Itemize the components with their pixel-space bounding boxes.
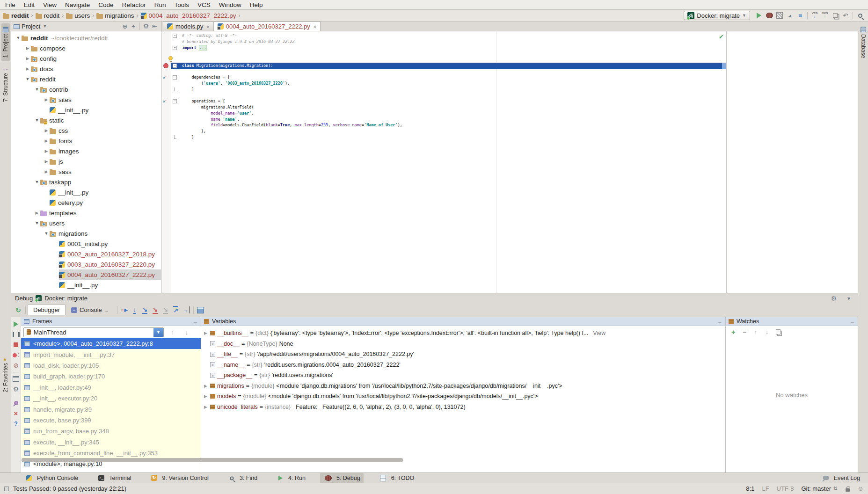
settings-icon[interactable]	[142, 22, 150, 30]
tree-item-celery-py[interactable]: celery.py	[11, 197, 161, 208]
chevron-collapsed-icon[interactable]: ▶	[203, 331, 208, 335]
run-icon[interactable]	[754, 11, 764, 20]
menu-item-edit[interactable]: Edit	[20, 1, 39, 9]
override-marker-icon[interactable]: ↑	[163, 99, 167, 103]
pin-icon[interactable]	[717, 319, 722, 324]
code-line-17[interactable]: ),	[161, 128, 726, 134]
tree-item-config[interactable]: ▶config	[11, 53, 161, 64]
project-view-selector[interactable]: Project ▼	[22, 23, 47, 30]
code-line-11[interactable]	[161, 93, 726, 99]
stack-frame-row[interactable]: build_graph, loader.py:170	[21, 371, 201, 382]
editor-tab-models-py[interactable]: models.py×	[163, 22, 214, 31]
tool-window-button----project[interactable]: 1: Project	[1, 23, 10, 61]
breakpoints-icon[interactable]	[11, 350, 21, 360]
encoding-indicator[interactable]: UTF-8	[777, 485, 794, 492]
stop-icon[interactable]	[11, 340, 21, 350]
chevron-collapsed-icon[interactable]: ▶	[43, 128, 50, 133]
variable-row[interactable]: ≡__file__ = {str} '/app/reddit/users/mig…	[201, 349, 725, 360]
chevron-collapsed-icon[interactable]: ▶	[24, 46, 31, 51]
tree-item-reddit[interactable]: ▼reddit~/cookiecutter/reddit	[11, 33, 161, 43]
variable-row[interactable]: ▶models = {module} <module 'django.db.mo…	[201, 391, 725, 402]
mute-icon[interactable]	[11, 360, 21, 370]
menu-item-vcs[interactable]: VCS	[193, 1, 215, 9]
resume-icon[interactable]	[11, 319, 21, 329]
tree-item-0003-auto-20160327-2220-py[interactable]: 0003_auto_20160327_2220.py	[11, 259, 161, 269]
pin-icon[interactable]	[850, 319, 855, 324]
inspection-status-icon[interactable]: ✔	[719, 33, 724, 40]
debug-icon[interactable]	[764, 11, 774, 20]
tree-item-sass[interactable]: ▶sass	[11, 167, 161, 177]
chevron-collapsed-icon[interactable]: ▶	[34, 211, 40, 215]
variable-row[interactable]: ≡__name__ = {str} 'reddit.users.migratio…	[201, 360, 725, 370]
profiler-icon[interactable]	[785, 11, 795, 20]
code-line-13[interactable]: migrations.AlterField(	[161, 104, 726, 110]
chevron-expanded-icon[interactable]: ▼	[15, 36, 22, 40]
menu-item-refactor[interactable]: Refactor	[118, 1, 150, 9]
hide-panel-icon[interactable]	[844, 294, 854, 303]
run-configuration-selector[interactable]: dj Docker: migrate ▼	[684, 11, 750, 20]
code-editor[interactable]: # -*- coding: utf-8 -*-# Generated by Dj…	[161, 31, 727, 293]
fold-marker-icon[interactable]: −	[173, 64, 177, 68]
tree-item-docs[interactable]: ▶docs	[11, 64, 161, 74]
chevron-collapsed-icon[interactable]: ▶	[24, 66, 31, 71]
tree-item-templates[interactable]: ▶templates	[11, 208, 161, 218]
collapse-all-icon[interactable]	[129, 22, 138, 30]
line-separator-indicator[interactable]: LF	[762, 485, 769, 492]
settings2-icon[interactable]	[11, 384, 21, 394]
fold-marker-icon[interactable]: −	[173, 34, 177, 38]
debug-tab-debugger[interactable]: Debugger	[28, 305, 66, 315]
stack-frame-row[interactable]: run_from_argv, base.py:348	[21, 426, 201, 436]
chevron-expanded-icon[interactable]: ▼	[34, 118, 40, 123]
code-line-10[interactable]: ]	[161, 87, 726, 93]
thread-dropdown[interactable]: MainThread ▼	[23, 327, 164, 337]
compare-icon[interactable]	[830, 11, 840, 20]
step-over-icon[interactable]	[130, 306, 140, 314]
chevron-collapsed-icon[interactable]: ▶	[43, 159, 50, 164]
step-out-icon[interactable]	[171, 306, 181, 314]
event-log-button[interactable]: Event Log	[817, 473, 863, 483]
frame-down-icon[interactable]	[182, 328, 192, 336]
inspections-profile-icon[interactable]	[857, 485, 864, 493]
breakpoint-icon[interactable]	[163, 63, 168, 68]
tool-window-button----favorites[interactable]: 2: Favorites	[1, 352, 10, 396]
chevron-expanded-icon[interactable]: ▼	[43, 231, 50, 236]
remove-icon[interactable]	[740, 328, 749, 336]
code-line-1[interactable]: # -*- coding: utf-8 -*-	[161, 33, 726, 39]
breadcrumb-item[interactable]: users	[66, 12, 90, 19]
tree-item-migrations[interactable]: ▼migrations	[11, 228, 161, 239]
vcs-push-icon[interactable]: VCS↑	[820, 11, 830, 20]
tool-window-button-9--version-control[interactable]: 9: Version Control	[146, 473, 212, 483]
tree-item-fonts[interactable]: ▶fonts	[11, 136, 161, 146]
variable-row[interactable]: ▶migrations = {module} <module 'django.d…	[201, 381, 725, 392]
pause-icon[interactable]	[11, 329, 21, 340]
up-icon[interactable]	[751, 328, 760, 336]
frame-up-icon[interactable]	[168, 328, 178, 336]
run-to-cursor-icon[interactable]	[181, 306, 191, 314]
concurrency-icon[interactable]	[795, 11, 805, 20]
tree-item-0002-auto-20160327-2018-py[interactable]: 0002_auto_20160327_2018.py	[11, 249, 161, 259]
stack-frame-row[interactable]: __init__, loader.py:49	[21, 382, 201, 393]
stack-frame-row[interactable]: execute_from_command_line, __init__.py:3…	[21, 448, 201, 458]
smart-step-icon[interactable]	[160, 306, 171, 314]
tree-item-reddit[interactable]: ▼reddit	[11, 74, 161, 84]
tool-window-button-database[interactable]: Database	[859, 23, 868, 61]
chevron-collapsed-icon[interactable]: ▶	[43, 97, 50, 102]
tool-window-button-python-console[interactable]: Python Console	[21, 473, 81, 483]
tree-item---init---py[interactable]: __init__.py	[11, 187, 161, 197]
locate-icon[interactable]	[121, 22, 129, 30]
code-line-9[interactable]: ('users', '0003_auto_20160327_2220'),	[161, 80, 726, 87]
layout-icon[interactable]	[11, 374, 21, 384]
menu-item-help[interactable]: Help	[246, 1, 267, 9]
chevron-collapsed-icon[interactable]: ▶	[203, 394, 208, 399]
coverage-icon[interactable]	[774, 11, 785, 20]
pin-icon[interactable]	[193, 319, 198, 324]
editor-tab-0004-auto-20160327-2222-py[interactable]: 0004_auto_20160327_2222.py×	[213, 22, 321, 31]
hide-icon[interactable]	[150, 22, 159, 30]
breadcrumb-item[interactable]: reddit	[3, 12, 29, 19]
vcs-update-icon[interactable]: VCS↓	[810, 11, 820, 20]
tree-item---init---py[interactable]: __init__.py	[11, 105, 161, 115]
tree-item-css[interactable]: ▶css	[11, 125, 161, 136]
code-line-4[interactable]	[161, 51, 726, 57]
override-marker-icon[interactable]: ↑	[163, 75, 167, 80]
tree-item-taskapp[interactable]: ▼taskapp	[11, 177, 161, 187]
